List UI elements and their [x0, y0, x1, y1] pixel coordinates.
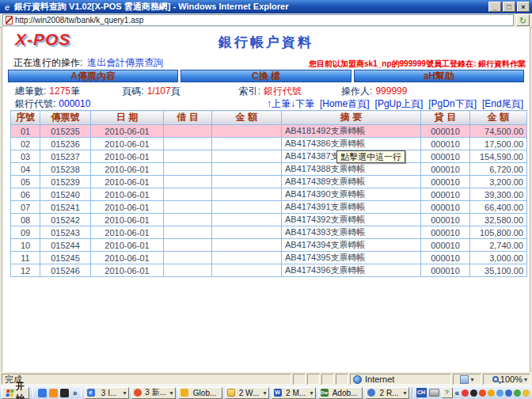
table-row-8[interactable]: 080152422010-06-01AB4174392支票轉帳00001032,…	[11, 214, 527, 226]
quick-launch-msn-icon[interactable]	[38, 389, 47, 397]
menu-button-2[interactable]: C換 檔	[180, 70, 351, 82]
zoom-level: 100%	[500, 374, 522, 384]
start-button[interactable]: 开始	[2, 387, 29, 399]
magnifier-icon	[492, 376, 499, 382]
table-row-4[interactable]: 040152382010-06-01AB4174388支票轉帳0000106,7…	[11, 163, 527, 176]
help-icon[interactable]: ?	[442, 387, 453, 398]
cell: 74,500.00	[470, 125, 527, 138]
menu-button-3[interactable]: aH幫助	[354, 70, 524, 82]
task-button-5[interactable]: W2 M...▾	[272, 387, 316, 399]
cell: 2010-06-01	[91, 138, 164, 150]
task-button-7[interactable]: 2 R...▾	[365, 387, 409, 399]
total-count: 總筆數:1275筆	[15, 85, 120, 98]
printer-icon[interactable]	[429, 389, 439, 397]
cell: AB4174386支票轉帳	[282, 138, 421, 150]
quick-launch-qq-icon[interactable]	[60, 389, 69, 397]
cell: 66,400.00	[470, 201, 527, 214]
menu-button-1[interactable]: A傳票內容	[8, 70, 178, 82]
table-row-11[interactable]: 110152452010-06-01AB4174395支票轉帳0000103,0…	[11, 252, 527, 264]
task-button-6[interactable]: DwAdob...	[318, 387, 363, 399]
cell: 000010	[421, 188, 470, 201]
zoom-caret-icon: ▾	[524, 376, 527, 383]
url-input[interactable]: http://win2008/tw/bank/k_query1.asp	[2, 14, 514, 26]
player-icon[interactable]	[496, 390, 504, 397]
cell: AB4174395支票轉帳	[282, 252, 421, 264]
cell: 2010-06-01	[91, 239, 164, 252]
task-dropdown-icon[interactable]: ▾	[124, 390, 127, 397]
minimize-button[interactable]: _	[488, 2, 501, 12]
qq-penguin-icon[interactable]	[470, 390, 477, 397]
folder-icon	[227, 389, 235, 397]
cell	[164, 214, 212, 226]
pager-link-2[interactable]: [Home首頁]	[320, 97, 370, 111]
cell: 35,100.00	[470, 264, 527, 277]
ie-icon: e	[87, 389, 95, 397]
cell: 000010	[421, 226, 470, 239]
task-button-4[interactable]: 2 W...▾	[225, 387, 269, 399]
updater-icon[interactable]	[514, 390, 521, 397]
cell: 2010-06-01	[91, 201, 164, 214]
shield-icon[interactable]	[522, 390, 530, 397]
task-dropdown-icon[interactable]: ▾	[404, 390, 407, 397]
task-dropdown-icon[interactable]: ▾	[310, 390, 314, 397]
table-row-2[interactable]: 020152362010-06-01AB4174386支票轉帳00001017,…	[11, 138, 527, 150]
maximize-button[interactable]: □	[503, 2, 515, 12]
table-row-6[interactable]: 060152402010-06-01AB4174390支票轉帳00001039,…	[11, 188, 527, 201]
cell	[164, 252, 212, 264]
status-pane-2	[307, 374, 320, 385]
downloader-icon[interactable]	[505, 390, 512, 397]
cell: 6,720.00	[470, 163, 527, 176]
table-row-12[interactable]: 120152462010-06-01AB4174396支票轉帳00001035,…	[11, 264, 527, 277]
task-buttons: e3 I...▾3 新...▾Glob...2 W...▾W2 M...▾DwA…	[85, 387, 409, 399]
cell: 2010-06-01	[91, 226, 164, 239]
table-row-5[interactable]: 050152392010-06-01AB4174389支票轉帳0000103,2…	[11, 176, 527, 188]
task-dropdown-icon[interactable]: ▾	[170, 390, 173, 397]
operation-row: 正在進行的操作:進出會計傳票查詢	[13, 56, 163, 70]
language-indicator[interactable]: CH	[416, 388, 427, 397]
task-button-1[interactable]: e3 I...▾	[85, 387, 129, 399]
refresh-button[interactable]: ↻	[516, 14, 530, 26]
pager-link-3[interactable]: [PgUp上頁]	[375, 97, 424, 111]
table-row-9[interactable]: 090152432010-06-01AB4174393支票轉帳000010105…	[11, 226, 527, 239]
task-label: 3 新...	[143, 387, 169, 398]
cell: 015245	[40, 252, 91, 264]
zoom-control[interactable]: 100% ▾	[483, 374, 530, 385]
cell: AB4174394支票轉帳	[282, 239, 421, 252]
table-header-row: 序號傳票號日 期借 目金 額摘 要貸 目金 額	[11, 111, 527, 125]
task-button-2[interactable]: 3 新...▾	[131, 387, 176, 399]
cell: 015242	[40, 214, 91, 226]
quick-launch-mail-icon[interactable]	[49, 389, 58, 397]
bank-code-field: 銀行代號:000010	[15, 97, 90, 111]
cell	[164, 138, 212, 150]
cell: 2010-06-01	[91, 163, 164, 176]
table-row-7[interactable]: 070152412010-06-01AB4174391支票轉帳00001066,…	[11, 201, 527, 214]
quick-launch-overflow-icon[interactable]: »	[73, 389, 78, 397]
spark-icon[interactable]	[488, 390, 495, 397]
column-header-1: 序號	[11, 111, 40, 125]
cell: 000010	[421, 138, 470, 150]
cell: 015238	[40, 163, 91, 176]
task-button-3[interactable]: Glob...	[178, 387, 222, 399]
close-button[interactable]: ×	[517, 2, 530, 12]
qq-face-icon[interactable]	[462, 390, 469, 397]
table-row-3[interactable]: 030152372010-06-01AB4174387支票轉帳000010154…	[11, 150, 527, 163]
table-row-1-selected[interactable]: 010152352010-06-01AB4181492支票轉帳00001074,…	[11, 125, 527, 138]
cell: 2,740.00	[470, 239, 527, 252]
protected-mode-pane[interactable]: ▾	[453, 374, 481, 385]
column-header-5: 金 額	[212, 111, 282, 125]
windows-flag-icon	[6, 390, 13, 397]
qq-alt-icon[interactable]	[479, 390, 486, 397]
cell: AB4174391支票轉帳	[282, 201, 421, 214]
pager-link-1[interactable]: ↑上筆↓下筆	[267, 97, 314, 111]
table-row-10[interactable]: 100152442010-06-01AB4174394支票轉帳0000102,7…	[11, 239, 527, 252]
pager-link-4[interactable]: [PgDn下頁]	[428, 97, 477, 111]
tray-collapse-icon[interactable]: «	[455, 389, 460, 397]
cell	[212, 176, 282, 188]
zone-label: Internet	[365, 374, 394, 384]
cell: 105,800.00	[470, 226, 527, 239]
task-dropdown-icon[interactable]: ▾	[264, 390, 267, 397]
cell: 015240	[40, 188, 91, 201]
pager-link-5[interactable]: [End尾頁]	[482, 97, 523, 111]
cell: 07	[11, 201, 40, 214]
status-pane-4	[336, 374, 348, 385]
